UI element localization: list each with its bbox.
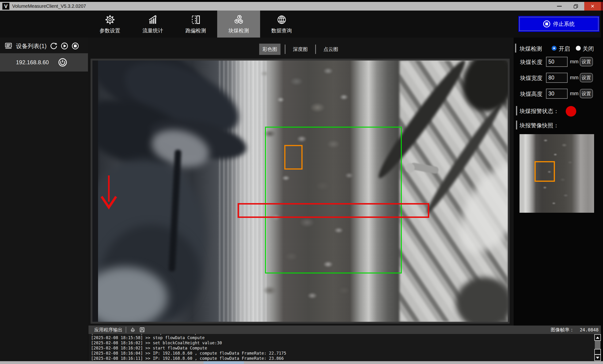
- deviation-rects-icon: [190, 14, 201, 25]
- block-height-label: 块煤高度: [520, 90, 543, 98]
- arrow-up-icon: [596, 337, 599, 339]
- device-ip: 192.168.8.60: [16, 59, 49, 66]
- log-line-clipped: [2025-02-08 18:15:58] >> stop flowData C…: [91, 334, 593, 335]
- camera-view-frame: [91, 59, 510, 324]
- tab-color-image[interactable]: 彩色图: [259, 44, 280, 55]
- alarm-snapshot-label: 块报警像快照：: [520, 122, 559, 129]
- taskbar-highlight: [204, 361, 244, 364]
- snapshot-block-rectangle: [534, 161, 555, 182]
- device-row[interactable]: 192.168.8.60: [0, 53, 88, 71]
- block-length-set-button[interactable]: 设置: [580, 57, 593, 66]
- gear-icon: [104, 14, 116, 25]
- log-panel-header: 应用程序输出 图像帧率： 24.0848: [88, 326, 601, 334]
- block-height-set-button[interactable]: 设置: [580, 89, 593, 98]
- log-panel-title: 应用程序输出: [94, 327, 122, 333]
- toolbar-item-block-coal-detection[interactable]: 块煤检测: [217, 11, 260, 37]
- log-output-area[interactable]: [2025-02-08 18:15:58] >> stop flowData C…: [88, 334, 601, 361]
- device-list-title: 设备列表(1): [16, 42, 47, 50]
- main-toolbar: 参数设置 流量统计 跑偏检测: [0, 11, 601, 37]
- scrollbar-track[interactable]: [595, 341, 600, 349]
- clear-log-icon[interactable]: [130, 327, 136, 333]
- minimize-icon: [557, 6, 562, 7]
- alarm-status-indicator: [566, 106, 576, 117]
- framerate-readout: 图像帧率： 24.0848: [551, 326, 599, 334]
- restore-icon: [573, 4, 578, 9]
- app-window: V VolumeMeasureClient_V5.3.2.0207 × 参数设置: [0, 0, 603, 364]
- toolbar-item-label: 块煤检测: [228, 27, 249, 34]
- toolbar-item-data-query[interactable]: 数据查询: [260, 11, 303, 37]
- device-list-icon: [5, 42, 13, 49]
- titlebar: V VolumeMeasureClient_V5.3.2.0207 ×: [0, 2, 601, 11]
- toolbar-item-label: 流量统计: [143, 27, 163, 34]
- power-icon[interactable]: [58, 58, 67, 67]
- play-all-icon[interactable]: [61, 42, 68, 50]
- framerate-label: 图像帧率：: [551, 327, 574, 333]
- refresh-icon[interactable]: [50, 42, 58, 50]
- section-accent-bar: [516, 106, 517, 115]
- block-length-label: 块煤长度: [520, 59, 543, 66]
- toolbar-item-flow-statistics[interactable]: 流量统计: [131, 11, 174, 37]
- toolbar-item-deviation-detection[interactable]: 跑偏检测: [174, 11, 217, 37]
- toolbar-item-label: 参数设置: [100, 27, 120, 34]
- toolbar-item-label: 跑偏检测: [186, 27, 206, 34]
- coal-lumps-icon: [233, 14, 244, 25]
- log-line: [2025-02-08 18:16:02] >> set blockCoalHe…: [91, 340, 593, 345]
- scrollbar-up-button[interactable]: [594, 334, 601, 341]
- block-width-unit: mm: [570, 75, 579, 81]
- close-button[interactable]: ×: [584, 2, 601, 11]
- toolbar-item-parameter-settings[interactable]: 参数设置: [88, 11, 131, 37]
- taskbar-sliver: [0, 361, 603, 364]
- device-panel-header: 设备列表(1): [0, 39, 88, 53]
- window-title: VolumeMeasureClient_V5.3.2.0207: [12, 2, 86, 11]
- log-lines: [2025-02-08 18:15:58] >> stop flowData C…: [91, 334, 593, 361]
- globe-icon: [276, 14, 287, 25]
- tab-separator: [315, 45, 316, 54]
- tab-point-cloud[interactable]: 点云图: [320, 44, 341, 55]
- scrollbar-down-button[interactable]: [594, 354, 601, 361]
- stop-system-button[interactable]: 停止系统: [518, 16, 600, 32]
- block-width-set-button[interactable]: 设置: [580, 73, 593, 82]
- radio-on-label[interactable]: 开启: [559, 45, 570, 53]
- radio-off-label[interactable]: 关闭: [583, 45, 594, 53]
- stop-all-icon[interactable]: [71, 42, 79, 50]
- stop-system-label: 停止系统: [553, 20, 575, 28]
- scrollbar-thumb[interactable]: [594, 349, 601, 355]
- radio-off[interactable]: [576, 46, 581, 51]
- measure-line-rectangle: [238, 203, 429, 218]
- block-length-unit: mm: [570, 59, 579, 65]
- alarm-snapshot-image: [520, 134, 594, 213]
- bar-chart-icon: [147, 14, 159, 25]
- radio-on[interactable]: [552, 46, 557, 51]
- background-window-edge: [601, 2, 603, 11]
- block-coal-section-title: 块煤检测: [520, 45, 542, 53]
- app-logo: V: [2, 3, 9, 10]
- tab-depth-image[interactable]: 深度图: [290, 44, 311, 55]
- stop-circle-icon: [543, 20, 550, 27]
- log-line: [2025-02-08 18:15:58] >> stop flowData C…: [91, 335, 593, 340]
- alarm-status-label: 块煤报警状态：: [520, 107, 559, 115]
- camera-color-image: [93, 60, 508, 322]
- log-scrollbar[interactable]: [594, 334, 601, 361]
- restore-button[interactable]: [568, 2, 583, 11]
- toolbar-item-label: 数据查询: [271, 27, 292, 34]
- minimize-button[interactable]: [552, 2, 567, 11]
- log-line: [2025-02-08 18:16:04] >> IP: 192.168.8.6…: [91, 351, 593, 356]
- save-log-icon[interactable]: [139, 327, 145, 333]
- section-accent-bar: [515, 44, 516, 53]
- log-header-separator: [126, 327, 126, 333]
- section-accent-bar: [516, 120, 517, 129]
- flow-direction-arrow: [100, 175, 117, 210]
- block-width-label: 块煤宽度: [520, 74, 543, 82]
- tab-separator: [285, 45, 285, 54]
- view-tab-bar: 彩色图 深度图 点云图: [259, 44, 341, 55]
- block-width-input[interactable]: [546, 73, 568, 83]
- block-length-input[interactable]: [546, 57, 568, 67]
- device-panel: 设备列表(1) 192.168.8.60: [0, 37, 88, 361]
- block-height-unit: mm: [570, 91, 579, 97]
- arrow-down-icon: [596, 357, 599, 359]
- detected-block-rectangle: [284, 145, 302, 170]
- log-line: [2025-02-08 18:16:11] >> IP: 192.168.8.6…: [91, 356, 593, 361]
- block-height-input[interactable]: [546, 89, 568, 99]
- framerate-value: 24.0848: [580, 327, 599, 332]
- log-line: [2025-02-08 18:16:02] >> start flowData …: [91, 345, 593, 351]
